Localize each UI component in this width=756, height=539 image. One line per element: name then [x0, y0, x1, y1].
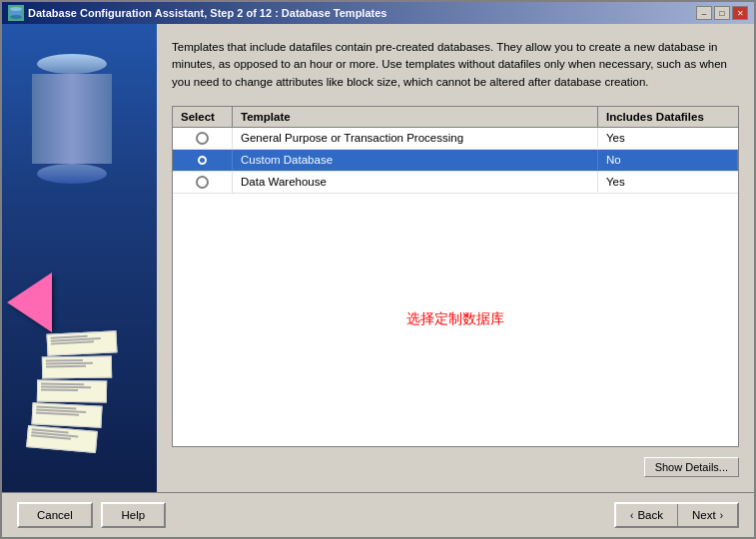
- back-button[interactable]: ‹ Back: [616, 504, 677, 526]
- help-button[interactable]: Help: [101, 502, 166, 528]
- database-graphic: [32, 54, 112, 184]
- next-arrow-icon: ›: [720, 510, 723, 521]
- main-window: Database Configuration Assistant, Step 2…: [0, 0, 756, 539]
- back-arrow-icon: ‹: [630, 510, 633, 521]
- show-details-button[interactable]: Show Details...: [644, 457, 739, 477]
- templates-table: Select Template Includes Datafiles Gener…: [172, 106, 739, 447]
- radio-button-general[interactable]: [196, 132, 209, 145]
- maximize-button[interactable]: □: [714, 6, 730, 20]
- template-warehouse: Data Warehouse: [233, 172, 598, 192]
- radio-warehouse[interactable]: [173, 172, 233, 193]
- col-template: Template: [233, 107, 598, 127]
- right-panel: Templates that include datafiles contain…: [157, 24, 754, 492]
- datafiles-warehouse: Yes: [598, 172, 738, 192]
- table-row[interactable]: Data Warehouse Yes: [173, 172, 738, 194]
- radio-general[interactable]: [173, 128, 233, 149]
- datafiles-general: Yes: [598, 128, 738, 148]
- col-datafiles: Includes Datafiles: [598, 107, 738, 127]
- title-bar: Database Configuration Assistant, Step 2…: [2, 2, 754, 24]
- template-general: General Purpose or Transaction Processin…: [233, 128, 598, 148]
- minimize-button[interactable]: –: [696, 6, 712, 20]
- col-select: Select: [173, 107, 233, 127]
- datafiles-custom: No: [598, 150, 738, 170]
- svg-point-2: [10, 15, 22, 19]
- next-button[interactable]: Next ›: [677, 504, 737, 526]
- bottom-actions: Show Details...: [172, 457, 739, 477]
- table-row[interactable]: Custom Database No: [173, 150, 738, 172]
- window-title: Database Configuration Assistant, Step 2…: [28, 7, 386, 19]
- svg-point-1: [10, 7, 22, 11]
- footer-left-buttons: Cancel Help: [17, 502, 166, 528]
- detail-area: 选择定制数据库: [173, 194, 738, 446]
- documents-graphic: [22, 332, 117, 452]
- template-custom: Custom Database: [233, 150, 598, 170]
- back-label: Back: [637, 509, 663, 521]
- content-area: Templates that include datafiles contain…: [2, 24, 754, 492]
- table-row[interactable]: General Purpose or Transaction Processin…: [173, 128, 738, 150]
- description-text: Templates that include datafiles contain…: [172, 39, 739, 91]
- cancel-button[interactable]: Cancel: [17, 502, 93, 528]
- table-header: Select Template Includes Datafiles: [173, 107, 738, 128]
- radio-button-custom[interactable]: [196, 154, 209, 167]
- window-icon: [8, 5, 24, 21]
- next-label: Next: [692, 509, 716, 521]
- radio-button-warehouse[interactable]: [196, 176, 209, 189]
- radio-custom[interactable]: [173, 150, 233, 171]
- chinese-label: 选择定制数据库: [406, 310, 504, 328]
- navigation-buttons: ‹ Back Next ›: [614, 502, 739, 528]
- close-button[interactable]: ✕: [732, 6, 748, 20]
- footer: Cancel Help ‹ Back Next ›: [2, 492, 754, 537]
- footer-right-buttons: ‹ Back Next ›: [614, 502, 739, 528]
- left-panel: [2, 24, 157, 492]
- arrow-graphic: [7, 272, 52, 332]
